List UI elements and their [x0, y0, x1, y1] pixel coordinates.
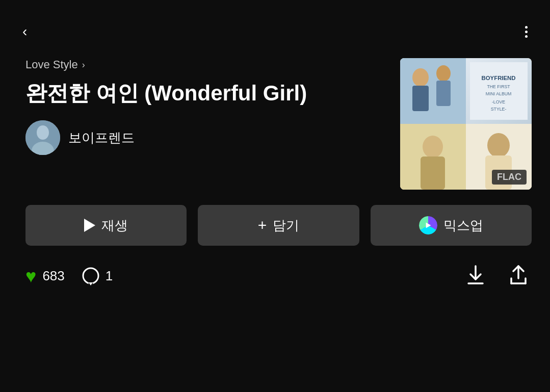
- download-button[interactable]: [462, 262, 489, 290]
- album-cell-bottomleft: [400, 124, 466, 190]
- artist-name[interactable]: 보이프렌드: [68, 129, 135, 147]
- mix-label: 믹스업: [443, 217, 483, 234]
- album-cell-topleft: [400, 58, 466, 124]
- artist-row: 보이프렌드: [25, 120, 380, 155]
- bottom-row: ♥ 683 1: [0, 262, 550, 290]
- song-title: 완전한 여인 (Wonderful Girl): [25, 81, 380, 106]
- back-button[interactable]: ‹: [18, 20, 31, 43]
- svg-text:-LOVE: -LOVE: [492, 99, 505, 104]
- avatar[interactable]: [25, 120, 60, 155]
- mix-icon: [419, 216, 437, 234]
- svg-text:MINI ALBUM: MINI ALBUM: [486, 91, 512, 96]
- album-art: BOYFRIEND THE FIRST MINI ALBUM -LOVE STY…: [400, 58, 532, 190]
- svg-point-19: [487, 133, 510, 158]
- svg-text:BOYFRIEND: BOYFRIEND: [482, 75, 516, 81]
- breadcrumb-arrow-icon: ›: [82, 60, 85, 70]
- svg-point-5: [412, 68, 429, 87]
- play-button[interactable]: 재생: [25, 205, 187, 246]
- avatar-image: [25, 120, 60, 155]
- svg-rect-3: [31, 125, 55, 150]
- comments-section[interactable]: 1: [81, 267, 113, 286]
- svg-point-21: [83, 268, 98, 283]
- download-icon: [464, 264, 487, 286]
- heart-icon[interactable]: ♥: [25, 266, 36, 287]
- save-button[interactable]: + 담기: [198, 205, 359, 246]
- header: ‹: [0, 0, 550, 53]
- svg-rect-17: [421, 156, 445, 190]
- album-cell-topright: BOYFRIEND THE FIRST MINI ALBUM -LOVE STY…: [466, 58, 532, 124]
- comment-icon: [81, 267, 100, 286]
- comments-count: 1: [106, 268, 113, 284]
- breadcrumb[interactable]: Love Style ›: [25, 58, 380, 71]
- more-menu-button[interactable]: [521, 22, 532, 42]
- svg-rect-6: [412, 86, 429, 111]
- flac-badge: FLAC: [492, 170, 527, 185]
- play-label: 재생: [101, 217, 128, 234]
- likes-count: 683: [42, 268, 64, 284]
- actions-right: [462, 262, 532, 290]
- svg-rect-8: [436, 81, 451, 106]
- share-button[interactable]: [505, 262, 532, 290]
- play-icon: [84, 219, 95, 232]
- likes-section: ♥ 683: [25, 266, 65, 287]
- main-content: Love Style › 완전한 여인 (Wonderful Girl) 보이프…: [0, 53, 550, 205]
- info-section: Love Style › 완전한 여인 (Wonderful Girl) 보이프…: [25, 58, 400, 155]
- breadcrumb-text: Love Style: [25, 58, 78, 71]
- share-icon: [507, 264, 530, 286]
- save-label: 담기: [273, 217, 299, 234]
- svg-rect-4: [400, 58, 466, 124]
- buttons-row: 재생 + 담기 믹스업: [0, 205, 550, 262]
- svg-text:THE FIRST: THE FIRST: [487, 84, 510, 89]
- svg-point-16: [423, 136, 443, 158]
- svg-text:STYLE-: STYLE-: [491, 107, 507, 112]
- plus-icon: +: [258, 217, 267, 234]
- mix-button[interactable]: 믹스업: [371, 205, 532, 246]
- svg-point-7: [436, 65, 451, 82]
